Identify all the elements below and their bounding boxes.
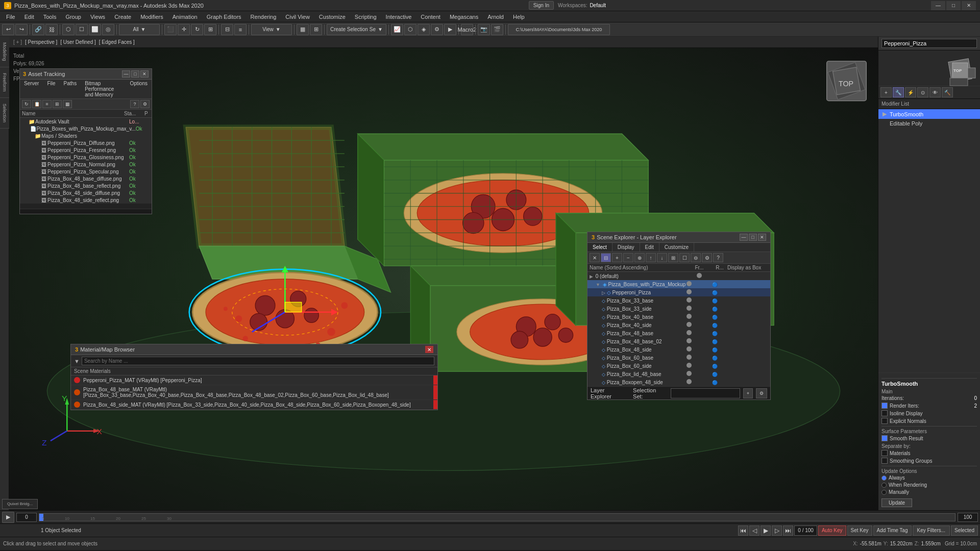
se-options-button[interactable]: ⚙	[702, 253, 712, 262]
mb-item-3[interactable]: Pizza_Box_48_side_MAT (VRayMtl) [Pizza_B…	[71, 400, 437, 410]
layer-button[interactable]: ▦	[297, 24, 309, 35]
menu-graph-editors[interactable]: Graph Editors	[203, 11, 246, 22]
se-invert-button[interactable]: ⊖	[691, 253, 701, 262]
ts-isoline-checkbox[interactable]	[881, 410, 888, 416]
select-tool[interactable]: ⬛	[164, 24, 177, 35]
mb-item-1[interactable]: Pepperoni_Pizza_MAT (VRayMtl) [Pepperoni…	[71, 375, 437, 385]
set-key-button[interactable]: Set Key	[847, 525, 872, 536]
all-dropdown[interactable]: All▼	[119, 24, 160, 35]
mb-search-input[interactable]	[82, 357, 434, 365]
sign-in-button[interactable]: Sign In	[529, 1, 554, 10]
at-row-side-diff[interactable]: 🖼 Pizza_Box_48_side_diffuse.png Ok	[20, 189, 152, 196]
viewport[interactable]: [ + ] [ Perspective ] [ User Defined ] […	[9, 37, 878, 510]
render-button[interactable]: ▶	[444, 24, 456, 35]
timeline-bar[interactable]: 5 10 15 20 25 30	[39, 513, 955, 521]
menu-tools[interactable]: Tools	[39, 11, 61, 22]
se-row-box40side[interactable]: ◇ Pizza_Box_40_side 🔵	[587, 321, 770, 329]
mirror-tool[interactable]: ⊟	[221, 24, 233, 35]
se-tab-customize[interactable]: Customize	[659, 243, 694, 252]
redo-button[interactable]: ↪	[15, 24, 28, 35]
menu-edit[interactable]: Edit	[20, 11, 38, 22]
rt-motion-btn[interactable]: ⊙	[917, 87, 928, 97]
schematic-button[interactable]: ⬡	[404, 24, 416, 35]
sidebar-tab-modeling[interactable]: Modeling	[0, 37, 9, 67]
se-add-btn[interactable]: +	[743, 388, 753, 398]
menu-file[interactable]: File	[2, 11, 19, 22]
se-row-box40base[interactable]: ◇ Pizza_Box_40_base 🔵	[587, 313, 770, 321]
menu-rendering[interactable]: Rendering	[247, 11, 281, 22]
grid-button[interactable]: ⊞	[310, 24, 322, 35]
menu-arnold[interactable]: Arnold	[483, 11, 508, 22]
scale-tool[interactable]: ⊞	[204, 24, 216, 35]
play-button[interactable]: ▶	[761, 525, 771, 536]
link-button[interactable]: 🔗	[32, 24, 44, 35]
mb-close-button[interactable]: ✕	[425, 346, 433, 353]
se-row-box33base[interactable]: ◇ Pizza_Box_33_base 🔵	[587, 296, 770, 305]
macro2-button[interactable]: Macro2	[461, 24, 473, 35]
se-row-box60side[interactable]: ◇ Pizza_Box_60_side 🔵	[587, 362, 770, 370]
mat-editor-button[interactable]: ◈	[418, 24, 430, 35]
menu-customize[interactable]: Customize	[315, 11, 350, 22]
bind-button[interactable]: ⬡	[62, 24, 75, 35]
at-menu-options[interactable]: Options	[126, 80, 152, 98]
curve-editor-button[interactable]: 📈	[391, 24, 403, 35]
rt-modify-btn[interactable]: 🔧	[893, 87, 904, 97]
undo-button[interactable]: ↩	[2, 24, 14, 35]
se-row-boxlid[interactable]: ◇ Pizza_Box_lid_48_base 🔵	[587, 370, 770, 378]
at-row-diffuse[interactable]: 🖼 Pepperoni_Pizza_Diffuse.png Ok	[20, 139, 152, 146]
menu-help[interactable]: Help	[509, 11, 529, 22]
at-row-specular[interactable]: 🖼 Pepperoni_Pizza_Specular.png Ok	[20, 168, 152, 175]
select-button[interactable]: ☐	[76, 24, 88, 35]
ts-update-button[interactable]: Update	[881, 498, 912, 507]
se-select-none-button[interactable]: ☐	[679, 253, 690, 262]
move-tool[interactable]: ✛	[178, 24, 190, 35]
camera-button[interactable]: 📷	[478, 24, 490, 35]
prev-frame-button[interactable]: ◁	[749, 525, 760, 536]
scene-icon[interactable]: 🎬	[491, 24, 503, 35]
at-menu-file[interactable]: File	[43, 80, 59, 98]
se-row-pepperoni[interactable]: ▷ ◇ Pepperoni_Pizza 🔵	[587, 288, 770, 296]
at-menu-server[interactable]: Server	[20, 80, 43, 98]
se-row-box33side[interactable]: ◇ Pizza_Box_33_side 🔵	[587, 305, 770, 313]
at-row-gloss[interactable]: 🖼 Pepperoni_Pizza_Glossiness.png Ok	[20, 154, 152, 161]
object-name-input[interactable]	[881, 39, 977, 48]
se-movedown-button[interactable]: ↓	[657, 253, 667, 262]
quixel-bridge-button[interactable]: Quixel Bridg...	[2, 499, 38, 509]
se-row-box48base[interactable]: ◇ Pizza_Box_48_base 🔵	[587, 329, 770, 337]
at-detail-view-button[interactable]: ▦	[63, 100, 72, 108]
se-settings-btn[interactable]: ⚙	[756, 388, 767, 398]
align-tool[interactable]: ≡	[234, 24, 247, 35]
se-tab-edit[interactable]: Edit	[640, 243, 659, 252]
minimize-button[interactable]: —	[931, 1, 945, 10]
next-frame-button[interactable]: ▷	[772, 525, 782, 536]
se-row-pizza-boxes[interactable]: ▼ ◈ Pizza_Boxes_with_Pizza_Mockup 🔵	[587, 280, 770, 288]
at-row-fresnel[interactable]: 🖼 Pepperoni_Pizza_Fresnel.png Ok	[20, 146, 152, 154]
at-row-vault[interactable]: 📁 Autodesk Vault Lo...	[20, 118, 152, 125]
ts-materials-checkbox[interactable]	[881, 450, 888, 456]
se-restore-button[interactable]: □	[749, 234, 757, 241]
go-end-button[interactable]: ⏭	[783, 525, 793, 536]
menu-interactive[interactable]: Interactive	[382, 11, 416, 22]
se-delete-layer-button[interactable]: −	[623, 253, 633, 262]
menu-megascans[interactable]: Megascans	[446, 11, 482, 22]
menu-group[interactable]: Group	[61, 11, 85, 22]
lasso-button[interactable]: ◎	[102, 24, 114, 35]
at-row-box-diff[interactable]: 🖼 Pizza_Box_48_base_diffuse.png Ok	[20, 175, 152, 182]
ts-render-checkbox[interactable]	[881, 403, 888, 409]
at-row-side-refl[interactable]: 🖼 Pizza_Box_48_side_reflect.png Ok	[20, 196, 152, 204]
modifier-turbos[interactable]: ▶ TurboSmooth	[878, 109, 980, 119]
rotate-tool[interactable]: ↻	[191, 24, 203, 35]
at-menu-bitmap[interactable]: Bitmap Performance and Memory	[81, 80, 126, 98]
mb-item-2[interactable]: Pizza_Box_48_base_MAT (VRayMtl) [Pizza_B…	[71, 385, 437, 400]
ts-smooth-checkbox[interactable]	[881, 435, 888, 441]
se-search-button[interactable]: ✕	[590, 253, 600, 262]
se-row-box60base[interactable]: ◇ Pizza_Box_60_base 🔵	[587, 354, 770, 362]
sidebar-tab-freeform[interactable]: Freeform	[0, 67, 9, 98]
at-icon-view-button[interactable]: ⊞	[53, 100, 62, 108]
menu-civil-view[interactable]: Civil View	[281, 11, 313, 22]
modifier-editable-poly[interactable]: Editable Poly	[878, 119, 980, 128]
se-filter-button[interactable]: ⊟	[601, 253, 611, 262]
sidebar-tab-selection[interactable]: Selection	[0, 98, 9, 129]
view-dropdown[interactable]: View▼	[251, 24, 292, 35]
rt-create-btn[interactable]: +	[880, 87, 892, 97]
